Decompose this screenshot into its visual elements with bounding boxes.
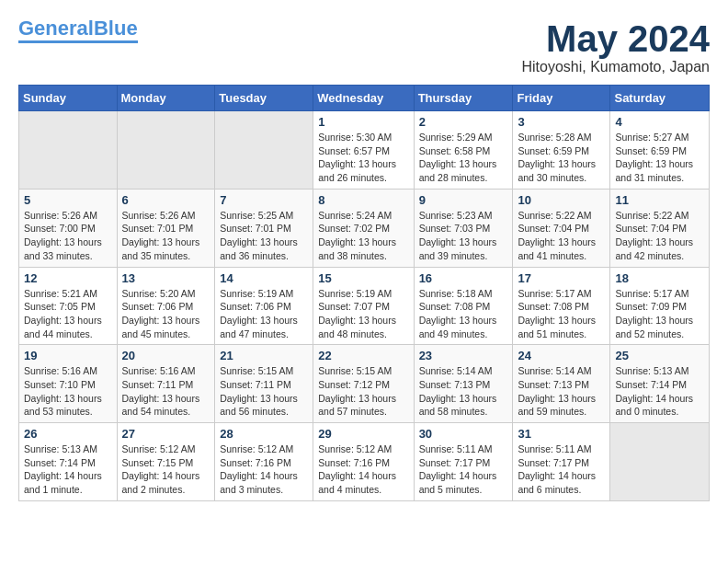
calendar-week-row: 12Sunrise: 5:21 AM Sunset: 7:05 PM Dayli…	[19, 267, 710, 345]
day-info: Sunrise: 5:11 AM Sunset: 7:17 PM Dayligh…	[518, 442, 605, 497]
calendar-cell	[610, 423, 710, 501]
header-saturday: Saturday	[610, 86, 710, 111]
day-number: 15	[318, 271, 408, 285]
calendar-cell: 18Sunrise: 5:17 AM Sunset: 7:09 PM Dayli…	[610, 267, 710, 345]
calendar-cell: 29Sunrise: 5:12 AM Sunset: 7:16 PM Dayli…	[313, 423, 414, 501]
logo-general: General	[18, 17, 94, 40]
day-number: 23	[419, 349, 508, 362]
day-info: Sunrise: 5:11 AM Sunset: 7:17 PM Dayligh…	[419, 442, 508, 497]
header-wednesday: Wednesday	[313, 86, 414, 111]
calendar-cell: 19Sunrise: 5:16 AM Sunset: 7:10 PM Dayli…	[19, 345, 118, 423]
calendar-cell: 7Sunrise: 5:25 AM Sunset: 7:01 PM Daylig…	[215, 189, 313, 267]
day-info: Sunrise: 5:16 AM Sunset: 7:11 PM Dayligh…	[122, 364, 210, 419]
calendar-cell: 8Sunrise: 5:24 AM Sunset: 7:02 PM Daylig…	[313, 189, 414, 267]
day-number: 26	[24, 427, 112, 441]
calendar-cell: 11Sunrise: 5:22 AM Sunset: 7:04 PM Dayli…	[610, 189, 710, 267]
day-number: 6	[122, 193, 210, 207]
calendar-cell: 13Sunrise: 5:20 AM Sunset: 7:06 PM Dayli…	[117, 267, 215, 345]
calendar-cell: 2Sunrise: 5:29 AM Sunset: 6:58 PM Daylig…	[414, 111, 513, 190]
logo-underline	[18, 40, 138, 43]
day-number: 5	[24, 193, 112, 207]
day-number: 25	[615, 349, 704, 362]
calendar-cell: 28Sunrise: 5:12 AM Sunset: 7:16 PM Dayli…	[215, 423, 313, 501]
month-title: May 2024	[521, 18, 710, 59]
day-number: 19	[24, 349, 112, 362]
calendar-cell: 17Sunrise: 5:17 AM Sunset: 7:08 PM Dayli…	[513, 267, 610, 345]
day-info: Sunrise: 5:22 AM Sunset: 7:04 PM Dayligh…	[615, 209, 704, 263]
calendar-cell	[117, 111, 215, 190]
day-info: Sunrise: 5:21 AM Sunset: 7:05 PM Dayligh…	[24, 287, 112, 341]
calendar-cell: 31Sunrise: 5:11 AM Sunset: 7:17 PM Dayli…	[513, 423, 610, 501]
day-info: Sunrise: 5:26 AM Sunset: 7:01 PM Dayligh…	[122, 209, 210, 263]
day-number: 11	[615, 193, 704, 207]
calendar-cell: 16Sunrise: 5:18 AM Sunset: 7:08 PM Dayli…	[414, 267, 513, 345]
day-number: 29	[318, 427, 408, 441]
day-number: 7	[220, 193, 308, 207]
calendar-cell: 24Sunrise: 5:14 AM Sunset: 7:13 PM Dayli…	[513, 345, 610, 423]
day-number: 31	[518, 427, 605, 441]
calendar-week-row: 19Sunrise: 5:16 AM Sunset: 7:10 PM Dayli…	[19, 345, 710, 423]
day-number: 10	[518, 193, 605, 207]
calendar-cell: 6Sunrise: 5:26 AM Sunset: 7:01 PM Daylig…	[117, 189, 215, 267]
calendar-week-row: 1Sunrise: 5:30 AM Sunset: 6:57 PM Daylig…	[19, 111, 710, 190]
calendar-cell: 21Sunrise: 5:15 AM Sunset: 7:11 PM Dayli…	[215, 345, 313, 423]
calendar-cell: 5Sunrise: 5:26 AM Sunset: 7:00 PM Daylig…	[19, 189, 118, 267]
day-info: Sunrise: 5:12 AM Sunset: 7:16 PM Dayligh…	[220, 442, 308, 497]
logo: GeneralBlue	[18, 18, 138, 43]
day-number: 13	[122, 271, 210, 285]
calendar-cell: 25Sunrise: 5:13 AM Sunset: 7:14 PM Dayli…	[610, 345, 710, 423]
day-info: Sunrise: 5:27 AM Sunset: 6:59 PM Dayligh…	[615, 131, 704, 185]
day-info: Sunrise: 5:28 AM Sunset: 6:59 PM Dayligh…	[518, 131, 605, 185]
day-number: 20	[122, 349, 210, 362]
day-info: Sunrise: 5:22 AM Sunset: 7:04 PM Dayligh…	[518, 209, 605, 263]
day-info: Sunrise: 5:19 AM Sunset: 7:07 PM Dayligh…	[318, 287, 408, 341]
day-number: 1	[318, 115, 408, 129]
calendar-cell: 4Sunrise: 5:27 AM Sunset: 6:59 PM Daylig…	[610, 111, 710, 190]
day-number: 4	[615, 115, 704, 129]
logo-blue: Blue	[94, 17, 138, 40]
day-number: 2	[419, 115, 508, 129]
calendar-week-row: 26Sunrise: 5:13 AM Sunset: 7:14 PM Dayli…	[19, 423, 710, 501]
location: Hitoyoshi, Kumamoto, Japan	[521, 59, 710, 75]
calendar-table: Sunday Monday Tuesday Wednesday Thursday…	[18, 85, 710, 501]
day-number: 21	[220, 349, 308, 362]
calendar-week-row: 5Sunrise: 5:26 AM Sunset: 7:00 PM Daylig…	[19, 189, 710, 267]
header-thursday: Thursday	[414, 86, 513, 111]
calendar-cell: 1Sunrise: 5:30 AM Sunset: 6:57 PM Daylig…	[313, 111, 414, 190]
day-number: 24	[518, 349, 605, 362]
calendar-cell	[19, 111, 118, 190]
page-header: GeneralBlue May 2024 Hitoyoshi, Kumamoto…	[18, 18, 710, 75]
calendar-cell	[215, 111, 313, 190]
day-info: Sunrise: 5:17 AM Sunset: 7:09 PM Dayligh…	[615, 287, 704, 341]
calendar-cell: 14Sunrise: 5:19 AM Sunset: 7:06 PM Dayli…	[215, 267, 313, 345]
day-info: Sunrise: 5:14 AM Sunset: 7:13 PM Dayligh…	[518, 364, 605, 419]
header-monday: Monday	[117, 86, 215, 111]
calendar-cell: 30Sunrise: 5:11 AM Sunset: 7:17 PM Dayli…	[414, 423, 513, 501]
title-area: May 2024 Hitoyoshi, Kumamoto, Japan	[521, 18, 710, 75]
calendar-cell: 20Sunrise: 5:16 AM Sunset: 7:11 PM Dayli…	[117, 345, 215, 423]
day-info: Sunrise: 5:29 AM Sunset: 6:58 PM Dayligh…	[419, 131, 508, 185]
header-sunday: Sunday	[19, 86, 118, 111]
day-number: 22	[318, 349, 408, 362]
day-info: Sunrise: 5:17 AM Sunset: 7:08 PM Dayligh…	[518, 287, 605, 341]
day-info: Sunrise: 5:19 AM Sunset: 7:06 PM Dayligh…	[220, 287, 308, 341]
calendar-cell: 26Sunrise: 5:13 AM Sunset: 7:14 PM Dayli…	[19, 423, 118, 501]
day-info: Sunrise: 5:16 AM Sunset: 7:10 PM Dayligh…	[24, 364, 112, 419]
day-number: 27	[122, 427, 210, 441]
day-number: 12	[24, 271, 112, 285]
day-info: Sunrise: 5:18 AM Sunset: 7:08 PM Dayligh…	[419, 287, 508, 341]
day-number: 9	[419, 193, 508, 207]
day-number: 17	[518, 271, 605, 285]
day-number: 16	[419, 271, 508, 285]
header-tuesday: Tuesday	[215, 86, 313, 111]
calendar-cell: 3Sunrise: 5:28 AM Sunset: 6:59 PM Daylig…	[513, 111, 610, 190]
calendar-cell: 9Sunrise: 5:23 AM Sunset: 7:03 PM Daylig…	[414, 189, 513, 267]
day-number: 18	[615, 271, 704, 285]
day-info: Sunrise: 5:23 AM Sunset: 7:03 PM Dayligh…	[419, 209, 508, 263]
day-info: Sunrise: 5:13 AM Sunset: 7:14 PM Dayligh…	[24, 442, 112, 497]
day-info: Sunrise: 5:13 AM Sunset: 7:14 PM Dayligh…	[615, 364, 704, 419]
day-info: Sunrise: 5:30 AM Sunset: 6:57 PM Dayligh…	[318, 131, 408, 185]
day-info: Sunrise: 5:15 AM Sunset: 7:12 PM Dayligh…	[318, 364, 408, 419]
day-info: Sunrise: 5:15 AM Sunset: 7:11 PM Dayligh…	[220, 364, 308, 419]
day-info: Sunrise: 5:12 AM Sunset: 7:15 PM Dayligh…	[122, 442, 210, 497]
